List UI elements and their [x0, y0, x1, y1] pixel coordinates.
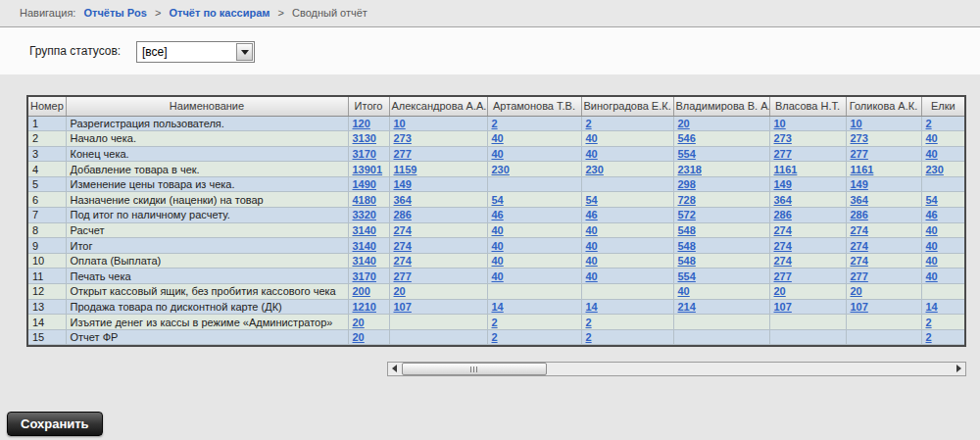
value-link[interactable]: 546	[678, 132, 696, 144]
value-link[interactable]: 572	[678, 209, 696, 220]
value-link[interactable]: 20	[353, 317, 365, 328]
value-link[interactable]: 2	[492, 317, 498, 328]
value-link[interactable]: 230	[586, 164, 604, 175]
value-link[interactable]: 230	[926, 164, 944, 175]
value-link[interactable]: 274	[394, 240, 412, 252]
value-link[interactable]: 273	[851, 132, 868, 144]
value-link[interactable]: 40	[586, 240, 598, 252]
value-link[interactable]: 2	[586, 331, 592, 343]
value-link[interactable]: 10	[774, 118, 786, 129]
value-link[interactable]: 40	[926, 148, 938, 160]
value-link[interactable]: 46	[492, 209, 504, 220]
value-link[interactable]: 274	[851, 255, 868, 267]
value-link[interactable]: 20	[394, 285, 406, 297]
value-link[interactable]: 40	[926, 270, 938, 282]
value-link[interactable]: 2	[926, 118, 932, 129]
value-link[interactable]: 54	[586, 194, 598, 206]
value-link[interactable]: 3130	[353, 132, 376, 144]
value-link[interactable]: 149	[851, 178, 868, 190]
value-link[interactable]: 277	[774, 270, 792, 282]
status-group-select[interactable]: [все]	[136, 41, 255, 63]
value-link[interactable]: 40	[586, 270, 598, 282]
value-link[interactable]: 2	[492, 118, 498, 129]
value-link[interactable]: 40	[492, 148, 504, 160]
value-link[interactable]: 286	[851, 209, 868, 220]
value-link[interactable]: 107	[394, 301, 412, 313]
value-link[interactable]: 54	[492, 194, 504, 206]
value-link[interactable]: 40	[492, 132, 504, 144]
value-link[interactable]: 40	[492, 270, 504, 282]
breadcrumb-link-pos-reports[interactable]: Отчёты Pos	[83, 7, 146, 19]
value-link[interactable]: 548	[678, 255, 696, 267]
value-link[interactable]: 548	[678, 224, 696, 236]
value-link[interactable]: 2	[586, 317, 592, 328]
value-link[interactable]: 40	[586, 255, 598, 267]
value-link[interactable]: 277	[851, 270, 868, 282]
value-link[interactable]: 40	[492, 255, 504, 267]
value-link[interactable]: 10	[851, 118, 862, 129]
value-link[interactable]: 548	[678, 240, 696, 252]
value-link[interactable]: 214	[678, 301, 696, 313]
value-link[interactable]: 3140	[353, 255, 376, 267]
value-link[interactable]: 274	[851, 240, 868, 252]
value-link[interactable]: 20	[774, 285, 786, 297]
value-link[interactable]: 286	[394, 209, 412, 220]
value-link[interactable]: 364	[774, 194, 792, 206]
value-link[interactable]: 230	[492, 164, 510, 175]
value-link[interactable]: 40	[678, 285, 690, 297]
value-link[interactable]: 40	[492, 224, 504, 236]
value-link[interactable]: 728	[678, 194, 696, 206]
value-link[interactable]: 149	[394, 178, 412, 190]
save-button[interactable]: Сохранить	[7, 412, 103, 436]
value-link[interactable]: 273	[774, 132, 792, 144]
value-link[interactable]: 274	[774, 255, 792, 267]
value-link[interactable]: 4180	[353, 194, 376, 206]
value-link[interactable]: 13901	[353, 164, 383, 175]
value-link[interactable]: 364	[851, 194, 868, 206]
value-link[interactable]: 554	[678, 270, 696, 282]
value-link[interactable]: 54	[926, 194, 938, 206]
value-link[interactable]: 3140	[353, 224, 376, 236]
value-link[interactable]: 40	[586, 148, 598, 160]
value-link[interactable]: 20	[851, 285, 862, 297]
dropdown-button[interactable]	[236, 43, 253, 61]
value-link[interactable]: 1490	[353, 178, 376, 190]
value-link[interactable]: 554	[678, 148, 696, 160]
value-link[interactable]: 3140	[353, 240, 376, 252]
value-link[interactable]: 200	[353, 285, 370, 297]
value-link[interactable]: 2	[926, 331, 932, 343]
value-link[interactable]: 40	[492, 240, 504, 252]
value-link[interactable]: 149	[774, 178, 792, 190]
value-link[interactable]: 277	[774, 148, 792, 160]
value-link[interactable]: 2	[926, 317, 932, 328]
value-link[interactable]: 20	[353, 331, 365, 343]
value-link[interactable]: 277	[394, 270, 412, 282]
scroll-right-icon[interactable]	[956, 365, 961, 372]
scroll-left-icon[interactable]	[392, 365, 397, 372]
value-link[interactable]: 3170	[353, 270, 376, 282]
value-link[interactable]: 40	[586, 132, 598, 144]
value-link[interactable]: 3320	[353, 209, 376, 220]
value-link[interactable]: 40	[926, 255, 938, 267]
value-link[interactable]: 107	[851, 301, 868, 313]
value-link[interactable]: 10	[394, 118, 406, 129]
value-link[interactable]: 46	[586, 209, 598, 220]
value-link[interactable]: 40	[926, 224, 938, 236]
value-link[interactable]: 1159	[394, 164, 417, 175]
value-link[interactable]: 1161	[851, 164, 874, 175]
horizontal-scrollbar[interactable]	[387, 362, 966, 376]
value-link[interactable]: 107	[774, 301, 792, 313]
value-link[interactable]: 14	[926, 301, 938, 313]
value-link[interactable]: 274	[394, 224, 412, 236]
value-link[interactable]: 277	[394, 148, 412, 160]
value-link[interactable]: 2318	[678, 164, 702, 175]
value-link[interactable]: 274	[774, 240, 792, 252]
value-link[interactable]: 364	[394, 194, 412, 206]
value-link[interactable]: 2	[492, 331, 498, 343]
value-link[interactable]: 1161	[774, 164, 798, 175]
value-link[interactable]: 40	[926, 240, 938, 252]
value-link[interactable]: 40	[586, 224, 598, 236]
value-link[interactable]: 120	[353, 118, 370, 129]
value-link[interactable]: 3170	[353, 148, 376, 160]
value-link[interactable]: 20	[678, 118, 690, 129]
